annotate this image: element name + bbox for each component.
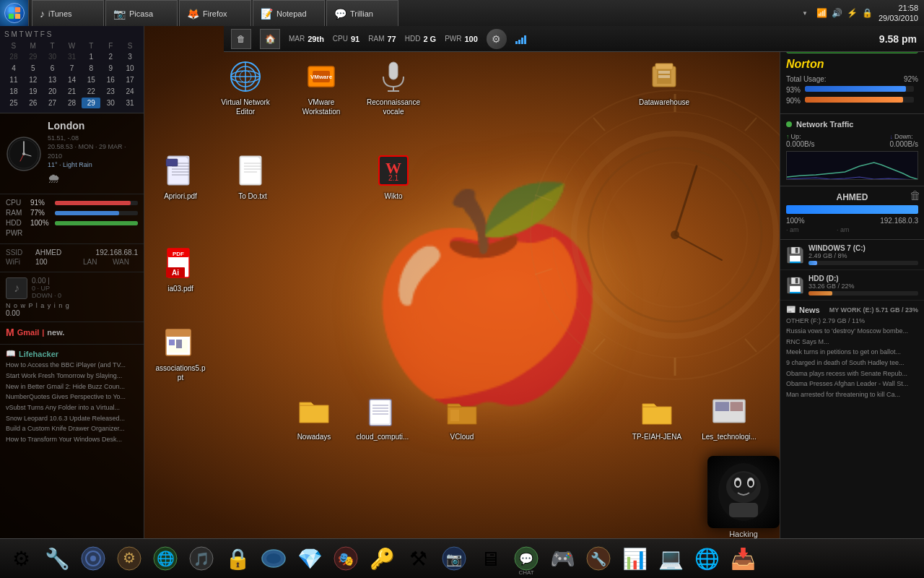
cal-day-6[interactable]: 6 [43,63,62,74]
cal-day-16[interactable]: 16 [101,74,120,85]
apriori-icon-img [163,153,198,188]
cal-day-4[interactable]: 4 [4,63,23,74]
cal-day-9[interactable]: 9 [101,63,120,74]
dock-icon-7[interactable]: 🔒 [220,541,255,576]
desktop-icon-nowadays[interactable]: Nowadays [285,394,343,442]
desktop-icon-vcloud[interactable]: VCloud [433,394,491,442]
cal-day-24[interactable]: 24 [121,86,139,97]
lh-item-3[interactable]: NumberQuotes Gives Perspective to Yo... [6,393,138,402]
desktop-icon-vne[interactable]: Virtual NetworkEditor [217,59,274,117]
dock-icon-10[interactable]: 🎭 [328,541,363,576]
cal-day-3[interactable]: 3 [121,51,139,62]
desktop-icon-todo[interactable]: To Do.txt [224,153,282,202]
desktop-icon-apriori[interactable]: Apriori.pdf [152,153,209,202]
news-item-4[interactable]: Obama plays recess with Senate Repub... [786,370,918,379]
news-item-6[interactable]: Man arrested for threatening to kill Ca.… [786,391,918,400]
settings-gear-button[interactable]: ⚙ [487,29,507,49]
dock-icon-13[interactable]: 📷 [437,541,471,576]
cal-day-27[interactable]: 27 [43,98,62,108]
cal-day-2[interactable]: 2 [101,51,120,62]
cal-day-28[interactable]: 28 [63,98,82,108]
cal-day-11[interactable]: 11 [4,74,23,85]
start-button[interactable] [0,0,29,26]
lh-item-4[interactable]: vSubst Turns Any Folder into a Virtual..… [6,404,138,413]
cal-day-19[interactable]: 19 [24,86,43,97]
cal-day-7[interactable]: 7 [63,63,82,74]
desktop-icon-ia03[interactable]: PDF Ai ia03.pdf [152,246,209,294]
dock-icon-12[interactable]: ⚒ [401,541,435,576]
lh-item-5[interactable]: Snow Leopard 10.6.3 Update Released... [6,415,138,423]
taskbar-app-firefox[interactable]: 🦊 Firefox [179,0,251,26]
dock-icon-4[interactable]: ⚙ [112,541,147,576]
cal-day-22[interactable]: 22 [82,86,100,97]
toolbar2-trash-button[interactable]: 🗑 [231,29,251,49]
cal-day-15[interactable]: 15 [82,74,100,85]
cal-day-8[interactable]: 8 [82,63,100,74]
desktop-icon-lestechno[interactable]: Les_technologi... [697,394,762,442]
taskbar-app-notepad[interactable]: 📝 Notepad [253,0,325,26]
cal-day-30-prev[interactable]: 30 [43,51,62,62]
dock-icon-2[interactable]: 🔧 [40,541,74,576]
dock-icon-6[interactable]: 🎵 [184,541,219,576]
cal-day-29-today[interactable]: 29 [82,98,100,108]
dock-icon-8[interactable] [256,541,291,576]
desktop-icon-wikto[interactable]: W 2.1 Wikto [365,153,422,202]
dock-icon-21[interactable]: 📥 [725,541,760,576]
cal-day-29-prev[interactable]: 29 [24,51,43,62]
desktop-icon-assoc[interactable]: associations5.ppt [152,325,209,383]
cal-day-28-prev[interactable]: 28 [4,51,23,62]
desktop-icon-recvocale[interactable]: Reconnaissancevocale [365,59,422,117]
cal-day-18[interactable]: 18 [4,86,23,97]
cal-day-20[interactable]: 20 [43,86,62,97]
dock-icon-chat[interactable]: 💬 CHAT [509,541,544,576]
desktop-icon-datawarehouse[interactable]: Datawarehouse [635,59,693,108]
dock-icon-11[interactable]: 🔑 [365,541,399,576]
dock-icon-3[interactable] [76,541,110,576]
cal-day-21[interactable]: 21 [63,86,82,97]
desktop-icon-tpeiah[interactable]: TP-EIAH-JENA [628,394,686,442]
toolbar2-home-button[interactable]: 🏠 [260,29,280,49]
taskbar-app-picasa[interactable]: 📷 Picasa [105,0,178,26]
cal-day-31[interactable]: 31 [121,98,139,108]
dock-icon-20[interactable]: 🌐 [689,541,724,576]
cal-day-17[interactable]: 17 [121,74,139,85]
dock-icon-19[interactable]: 💻 [653,541,688,576]
news-item-1[interactable]: RNC Says M... [786,338,918,347]
dock-icon-14[interactable]: 🖥 [473,541,507,576]
news-item-5[interactable]: Obama Presses Afghan Leader - Wall St... [786,380,918,389]
lh-item-2[interactable]: New in Better Gmail 2: Hide Buzz Coun... [6,383,138,392]
dock-icon-1[interactable]: ⚙ [4,541,38,576]
dock-icon-9[interactable]: 💎 [292,541,327,576]
news-item-2[interactable]: Meek turns in petitions to get on ballot… [786,348,918,357]
hacking-icon-img[interactable] [707,456,780,528]
cal-day-25[interactable]: 25 [4,98,23,108]
dock-icon-18[interactable]: 📊 [617,541,652,576]
cal-day-12[interactable]: 12 [24,74,43,85]
taskbar-app-itunes[interactable]: ♪ iTunes [32,0,104,26]
cal-day-30[interactable]: 30 [101,98,120,108]
desktop-icon-cloudcomp[interactable]: cloud_computi... [354,394,411,442]
dock-icon-16[interactable]: 🎮 [545,541,580,576]
cal-day-31-prev[interactable]: 31 [63,51,82,62]
cal-day-1[interactable]: 1 [82,51,100,62]
vcloud-label: VCloud [448,431,476,442]
news-item-3[interactable]: 9 charged in death of South Hadley tee..… [786,359,918,368]
lh-item-6[interactable]: Build a Custom Knife Drawer Organizer... [6,425,138,434]
cal-day-10[interactable]: 10 [121,63,139,74]
systray-dropdown[interactable]: ▼ [802,10,808,17]
lh-item-7[interactable]: How to Transform Your Windows Desk... [6,436,138,444]
cal-day-26[interactable]: 26 [24,98,43,108]
lh-item-1[interactable]: Start Work Fresh Tomorrow by Slaying... [6,372,138,381]
cal-day-23[interactable]: 23 [101,86,120,97]
cal-day-14[interactable]: 14 [63,74,82,85]
dock-icon-5[interactable]: 🌐 [148,541,183,576]
cal-day-5[interactable]: 5 [24,63,43,74]
trash-icon[interactable]: 🗑 [910,189,921,202]
lh-item-0[interactable]: How to Access the BBC iPlayer (and TV... [6,361,138,370]
cal-day-13[interactable]: 13 [43,74,62,85]
dock-icon-17[interactable]: 🔧 [581,541,616,576]
gmail-widget[interactable]: M Gmail | new. [0,322,144,345]
taskbar-app-trillian[interactable]: 💬 Trillian [326,0,398,26]
desktop-icon-vmware[interactable]: VMware VMwareWorkstation [292,59,350,117]
news-item-0[interactable]: Russia vows to 'destroy' Moscow bombe... [786,327,918,336]
